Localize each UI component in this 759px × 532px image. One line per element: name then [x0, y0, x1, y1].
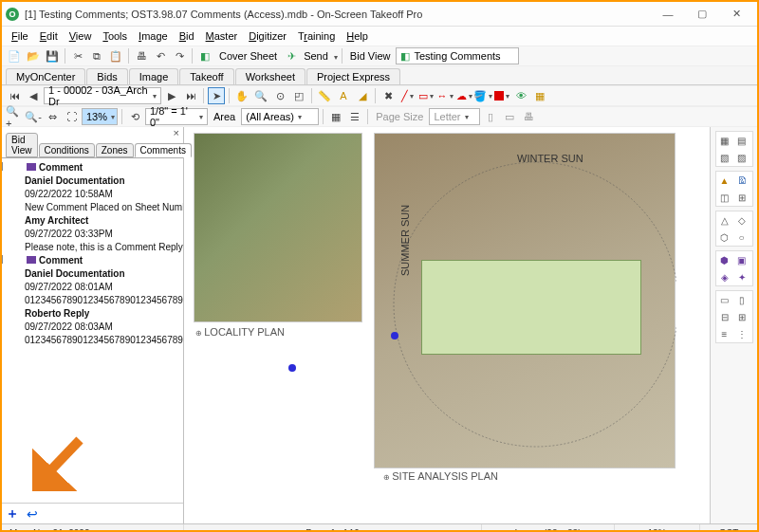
coversheet-label[interactable]: Cover Sheet — [215, 50, 281, 62]
reply-button[interactable]: ↩ — [27, 506, 38, 522]
collapse-icon[interactable]: − — [2, 255, 3, 264]
collapse-icon[interactable]: − — [2, 162, 3, 171]
tab-takeoff[interactable]: Takeoff — [179, 68, 233, 84]
menu-image[interactable]: Image — [133, 28, 174, 44]
sidebar-close-icon[interactable]: × — [174, 127, 179, 140]
last-page-icon[interactable]: ⏭ — [182, 87, 199, 104]
line-red-icon[interactable]: ╱ — [398, 87, 416, 104]
rt-tool-12[interactable]: ○ — [733, 229, 750, 246]
menu-bid[interactable]: Bid — [174, 28, 200, 44]
area-dropdown[interactable]: (All Areas)▾ — [241, 108, 319, 125]
portrait-icon[interactable]: ▯ — [482, 108, 499, 125]
zoom-lasso-icon[interactable]: ⊙ — [271, 87, 288, 104]
measure-icon[interactable]: 📏 — [316, 87, 333, 104]
rt-tool-21[interactable]: ≡ — [716, 325, 733, 342]
send-label[interactable]: Send — [302, 50, 330, 62]
rt-tool-2[interactable]: ▤ — [733, 132, 750, 149]
rt-tool-5[interactable]: ▲ — [716, 172, 733, 189]
tab-comments[interactable]: Comments — [135, 143, 192, 157]
comment-marker[interactable] — [288, 364, 296, 372]
menu-master[interactable]: Master — [200, 28, 244, 44]
rt-tool-19[interactable]: ⊟ — [716, 308, 733, 325]
rt-tool-17[interactable]: ▭ — [716, 291, 733, 308]
pagesize-dropdown[interactable]: Letter▾ — [429, 108, 480, 125]
zoom-fit-icon[interactable]: ⛶ — [63, 108, 80, 125]
color-picker[interactable] — [493, 87, 510, 104]
coversheet-icon[interactable]: ◧ — [196, 47, 213, 64]
first-page-icon[interactable]: ⏮ — [6, 87, 23, 104]
redo-icon[interactable]: ↷ — [171, 47, 188, 64]
send-dropdown[interactable] — [332, 50, 338, 62]
comment-marker[interactable] — [391, 332, 398, 339]
save-icon[interactable]: 💾 — [44, 47, 61, 64]
zoom-fitw-icon[interactable]: ⇔ — [44, 108, 61, 125]
rt-tool-8[interactable]: ⊞ — [733, 189, 750, 206]
menu-view[interactable]: View — [64, 28, 98, 44]
tab-zones[interactable]: Zones — [96, 143, 134, 157]
zoom-out-icon[interactable]: 🔍- — [25, 108, 42, 125]
zoom-dropdown[interactable]: 13%▾ — [82, 108, 118, 125]
rt-tool-9[interactable]: △ — [716, 211, 733, 229]
pan-icon[interactable]: ✋ — [233, 87, 250, 104]
print-icon[interactable]: 🖶 — [133, 47, 150, 64]
send-icon[interactable]: ✈ — [283, 47, 300, 64]
rt-tool-7[interactable]: ◫ — [716, 189, 733, 206]
copy-icon[interactable]: ⧉ — [88, 47, 105, 64]
zoom-rect-icon[interactable]: ◰ — [290, 87, 307, 104]
dim-red-icon[interactable]: ↔ — [436, 87, 454, 104]
bidview-label[interactable]: Bid View — [346, 50, 395, 62]
rt-tool-14[interactable]: ▣ — [733, 251, 750, 268]
cut-icon[interactable]: ✂ — [69, 47, 86, 64]
drawing-canvas[interactable]: ⊕ LOCALITY PLAN WINTER SUN SUMMER SUN ⊕ … — [184, 127, 710, 523]
rt-tool-16[interactable]: ✦ — [733, 268, 750, 285]
cloud-red-icon[interactable]: ☁ — [455, 87, 472, 104]
next-page-icon[interactable]: ▶ — [163, 87, 180, 104]
minimize-button[interactable]: — — [651, 2, 685, 26]
menu-help[interactable]: Help — [341, 28, 374, 44]
paste-icon[interactable]: 📋 — [107, 47, 124, 64]
menu-training[interactable]: Training — [292, 28, 341, 44]
close-button[interactable]: ✕ — [719, 2, 753, 26]
print2-icon[interactable]: 🖶 — [520, 108, 537, 125]
rt-tool-1[interactable]: ▦ — [716, 132, 733, 149]
pointer-icon[interactable]: ➤ — [208, 87, 225, 104]
rt-tool-13[interactable]: ⬢ — [716, 251, 733, 268]
menu-tools[interactable]: Tools — [97, 28, 133, 44]
tab-worksheet[interactable]: Worksheet — [235, 68, 305, 84]
tab-conditions[interactable]: Conditions — [39, 143, 95, 157]
rotate-icon[interactable]: ⟲ — [126, 108, 143, 125]
rt-tool-4[interactable]: ▨ — [733, 149, 750, 166]
tab-bids[interactable]: Bids — [86, 68, 127, 84]
eye-icon[interactable]: 👁 — [512, 87, 529, 104]
menu-edit[interactable]: Edit — [34, 28, 64, 44]
shape-red-icon[interactable]: ▭ — [417, 87, 435, 104]
highlight-icon[interactable]: ◢ — [354, 87, 371, 104]
note-icon[interactable]: ▦ — [531, 87, 548, 104]
rt-tool-15[interactable]: ◈ — [716, 268, 733, 285]
prev-page-icon[interactable]: ◀ — [25, 87, 42, 104]
zoom-window-icon[interactable]: 🔍 — [252, 87, 269, 104]
maximize-button[interactable]: ▢ — [685, 2, 719, 26]
tab-projectexpress[interactable]: Project Express — [306, 68, 400, 84]
rt-tool-6[interactable]: 🖻 — [733, 172, 750, 189]
eraser-icon[interactable]: ✖ — [380, 87, 397, 104]
landscape-icon[interactable]: ▭ — [501, 108, 518, 125]
rt-tool-20[interactable]: ⊞ — [733, 308, 750, 325]
rt-tool-11[interactable]: ⬡ — [716, 229, 733, 246]
tab-myoncenter[interactable]: MyOnCenter — [6, 68, 85, 84]
tab-image[interactable]: Image — [129, 68, 179, 84]
sheet-dropdown[interactable]: 1 - 00002 - 03A_Arch Dr▾ — [44, 87, 161, 104]
add-comment-button[interactable]: ＋ — [6, 505, 19, 523]
grid-icon[interactable]: ▦ — [327, 108, 344, 125]
scale-dropdown[interactable]: 1/8" = 1' 0"▾ — [145, 108, 208, 125]
rt-tool-3[interactable]: ▧ — [716, 149, 733, 166]
tab-bidview[interactable]: Bid View — [6, 133, 38, 157]
bid-dropdown[interactable]: ◧ Testing Comments — [396, 47, 519, 64]
new-icon[interactable]: 📄 — [6, 47, 23, 64]
text-icon[interactable]: A — [335, 87, 352, 104]
menu-file[interactable]: File — [6, 28, 34, 44]
open-icon[interactable]: 📂 — [25, 47, 42, 64]
menu-digitizer[interactable]: Digitizer — [243, 28, 292, 44]
layers-icon[interactable]: ☰ — [346, 108, 363, 125]
rt-tool-18[interactable]: ▯ — [733, 291, 750, 308]
